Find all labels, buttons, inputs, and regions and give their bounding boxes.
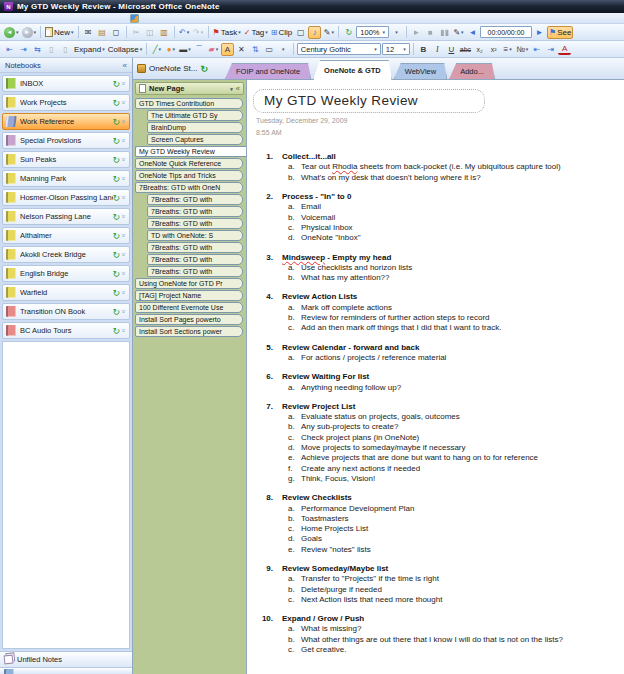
page-tab[interactable]: 7Breaths: GTD with [147, 242, 243, 253]
move-paragraph-button[interactable]: ⇆ [31, 43, 44, 56]
section-tab[interactable]: FOIP and OneNote [225, 63, 311, 79]
increase-indent-button[interactable]: ⇥ [17, 43, 30, 56]
expand-chevron-icon[interactable]: » [121, 310, 128, 314]
italic-button[interactable]: I [431, 43, 444, 56]
paste-button[interactable]: ▥ [158, 26, 171, 39]
audio-recording-button[interactable]: ♪ [308, 26, 321, 39]
new-page-button[interactable]: New Page ▾ « [135, 82, 244, 95]
page-tab[interactable]: Screen Captures [147, 134, 243, 145]
page-tab[interactable]: 7Breaths: GTD with [147, 206, 243, 217]
back-button[interactable]: ◄▾ [3, 26, 20, 39]
page-tab[interactable]: 7Breaths: GTD with [147, 266, 243, 277]
notebook-item[interactable]: Akokli Creek Bridge ↻ » [2, 246, 130, 263]
notebook-item[interactable]: Warfield ↻ » [2, 284, 130, 301]
collapse-sidebar-icon[interactable]: « [123, 61, 127, 70]
forward-button[interactable]: ►▾ [21, 26, 38, 39]
page-content[interactable]: My GTD Weekly Review Tuesday, December 2… [247, 80, 624, 674]
notebook-item[interactable]: Sun Peaks ↻ » [2, 151, 130, 168]
side-note-button[interactable]: ▢ [294, 26, 307, 39]
copy-button[interactable]: ◫ [144, 26, 157, 39]
page-tab[interactable]: 7Breaths: GTD with [147, 194, 243, 205]
increase-indent-button[interactable]: ⇥ [544, 43, 557, 56]
decrease-indent-button[interactable]: ⇤ [530, 43, 543, 56]
page-tab[interactable]: 7Breaths: GTD with [147, 254, 243, 265]
expand-chevron-icon[interactable]: » [121, 82, 128, 86]
notebook-item[interactable]: Transition ON Book ↻ » [2, 303, 130, 320]
notebook-item[interactable]: Hosmer-Olson Passing Lanes ↻ » [2, 189, 130, 206]
print-button[interactable]: ▤ [96, 26, 109, 39]
font-name-combo[interactable]: Century Gothic▾ [297, 43, 381, 55]
line-thickness-button[interactable]: ▬▾ [178, 43, 192, 56]
page-title-box[interactable]: My GTD Weekly Review [253, 89, 485, 113]
pen-button[interactable]: ✎▾ [322, 26, 335, 39]
section-tab[interactable]: WebView [394, 63, 447, 79]
section-tab[interactable]: Addo... [449, 63, 495, 79]
expand-chevron-icon[interactable]: » [121, 196, 128, 200]
expand-chevron-icon[interactable]: » [121, 272, 128, 276]
full-page-view-button[interactable]: ↻ [342, 26, 355, 39]
superscript-button[interactable]: x² [487, 43, 500, 56]
page-tab[interactable]: My GTD Weekly Review [135, 146, 246, 157]
numbering-button[interactable]: №▾ [515, 43, 529, 56]
see-playback-button[interactable]: ⚑See [547, 26, 573, 39]
font-color-button[interactable]: A [558, 43, 571, 55]
notebook-item[interactable]: Special Provisions ↻ » [2, 132, 130, 149]
notebook-item[interactable]: English Bridge ↻ » [2, 265, 130, 282]
collapse-page-tabs-icon[interactable]: « [236, 84, 240, 93]
page-tab[interactable]: OneNote Tips and Tricks [135, 170, 243, 181]
rule-lines-button[interactable]: ▭ [263, 43, 276, 56]
page-tab[interactable]: TD with OneNote: S [147, 230, 243, 241]
page-tab[interactable]: GTD Times Contribution [135, 98, 243, 109]
expand-chevron-icon[interactable]: » [121, 139, 128, 143]
decrease-indent-button[interactable]: ⇤ [3, 43, 16, 56]
underline-button[interactable]: U [445, 43, 458, 56]
clip-button[interactable]: ⊞Clip [270, 26, 293, 39]
notebook-item[interactable]: Althalmer ↻ » [2, 227, 130, 244]
toolbar-overflow-button[interactable]: ▾ [390, 26, 403, 39]
pen-color-button[interactable]: ╱▾ [150, 43, 163, 56]
page-tab[interactable]: The Ultimate GTD Sy [147, 110, 243, 121]
page-tab[interactable]: 7Breaths: GTD with [147, 218, 243, 229]
unfiled-notes-button[interactable]: Unfiled Notes [0, 651, 132, 667]
page-tab[interactable]: Install Sort Pages powerto [135, 314, 243, 325]
page-tab[interactable]: Install Sort Sections power [135, 326, 243, 337]
expand-chevron-icon[interactable]: » [121, 120, 128, 124]
delete-button[interactable]: ✕ [235, 43, 248, 56]
zoom-combo[interactable]: 100%▾ [356, 26, 389, 38]
current-section-label[interactable]: OneNote St... ↻ [133, 64, 225, 74]
expand-chevron-icon[interactable]: » [121, 234, 128, 238]
subscript-button[interactable]: x₂ [473, 43, 486, 56]
undo-button[interactable]: ↶▾ [178, 26, 191, 39]
type-text-tool-button[interactable]: A [221, 43, 234, 56]
bold-button[interactable]: B [417, 43, 430, 56]
toolbar-overflow-button[interactable]: ▾ [277, 43, 290, 56]
playback-pause-button[interactable]: ▮▮ [438, 26, 451, 39]
expand-chevron-icon[interactable]: » [121, 177, 128, 181]
redo-button[interactable]: ↷▾ [192, 26, 205, 39]
cut-button[interactable]: ✂ [130, 26, 143, 39]
rewind-button[interactable]: ◄ [466, 26, 479, 39]
notebook-item[interactable]: Manning Park ↻ » [2, 170, 130, 187]
expand-button[interactable]: Expand▾ [73, 43, 106, 56]
task-button[interactable]: ⚑Task▾ [212, 26, 242, 39]
notebook-item[interactable]: Work Projects ↻ » [2, 94, 130, 111]
font-size-combo[interactable]: 12▾ [382, 43, 410, 55]
fast-forward-button[interactable]: ► [533, 26, 546, 39]
page-tab[interactable]: [TAG] Project Name [135, 290, 243, 301]
page-tab[interactable]: 100 Different Evernote Use [135, 302, 243, 313]
playback-stop-button[interactable]: ■ [424, 26, 437, 39]
section-tab[interactable]: OneNote & GTD [313, 60, 392, 80]
page-tool-button[interactable]: ▯ [59, 43, 72, 56]
expand-chevron-icon[interactable]: » [121, 215, 128, 219]
expand-chevron-icon[interactable]: » [121, 253, 128, 257]
notebook-item[interactable]: INBOX ↻ » [2, 75, 130, 92]
insert-space-button[interactable]: ⇅ [249, 43, 262, 56]
playback-play-button[interactable]: ► [410, 26, 423, 39]
page-tool-button[interactable]: ▯ [45, 43, 58, 56]
eraser-button[interactable]: ▰▾ [207, 43, 220, 56]
notebook-item[interactable]: Nelson Passing Lane ↻ » [2, 208, 130, 225]
bullets-button[interactable]: ≡▾ [501, 43, 514, 56]
playback-pen-button[interactable]: ✎▾ [452, 26, 465, 39]
email-button[interactable]: ✉ [82, 26, 95, 39]
new-button[interactable]: New▾ [44, 26, 75, 39]
